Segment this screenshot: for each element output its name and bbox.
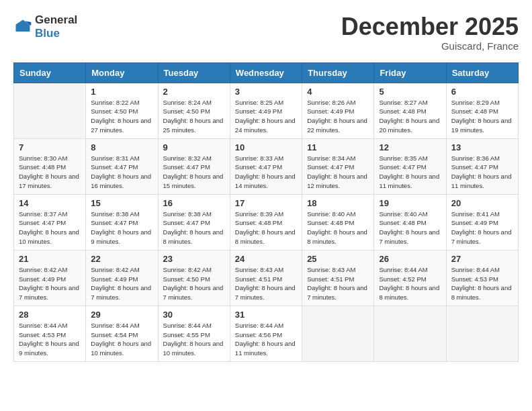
calendar-day-cell: 31 Sunrise: 8:44 AM Sunset: 4:56 PM Dayl… [230,306,302,361]
sunrise: Sunrise: 8:41 AM [451,210,500,218]
day-info: Sunrise: 8:27 AM Sunset: 4:48 PM Dayligh… [379,98,441,135]
sunset: Sunset: 4:51 PM [235,275,282,283]
day-info: Sunrise: 8:38 AM Sunset: 4:47 PM Dayligh… [163,210,225,246]
month-title: December 2025 [341,13,519,40]
calendar-day-cell: 15 Sunrise: 8:38 AM Sunset: 4:47 PM Dayl… [86,194,158,250]
day-number: 2 [163,87,225,97]
calendar-day-cell: 19 Sunrise: 8:40 AM Sunset: 4:48 PM Dayl… [374,194,446,250]
column-header-monday: Monday [86,62,158,83]
column-header-thursday: Thursday [302,62,374,83]
day-info: Sunrise: 8:43 AM Sunset: 4:51 PM Dayligh… [235,265,297,302]
day-info: Sunrise: 8:22 AM Sunset: 4:50 PM Dayligh… [91,98,152,135]
day-number: 25 [307,254,369,264]
sunrise: Sunrise: 8:43 AM [307,266,355,273]
calendar-day-cell: 22 Sunrise: 8:42 AM Sunset: 4:49 PM Dayl… [86,250,158,306]
day-number: 26 [379,254,441,264]
sunrise: Sunrise: 8:42 AM [163,266,212,273]
sunrise: Sunrise: 8:42 AM [19,266,67,273]
calendar-day-cell [446,306,518,361]
location: Guiscard, France [341,40,519,52]
calendar-day-cell: 20 Sunrise: 8:41 AM Sunset: 4:49 PM Dayl… [446,194,518,250]
day-number: 15 [91,198,152,208]
day-info: Sunrise: 8:35 AM Sunset: 4:47 PM Dayligh… [379,154,441,191]
calendar-day-cell: 28 Sunrise: 8:44 AM Sunset: 4:53 PM Dayl… [14,306,86,361]
calendar-day-cell: 21 Sunrise: 8:42 AM Sunset: 4:49 PM Dayl… [14,250,86,306]
calendar-day-cell: 12 Sunrise: 8:35 AM Sunset: 4:47 PM Dayl… [374,138,446,194]
sunset: Sunset: 4:48 PM [235,219,282,226]
sunrise: Sunrise: 8:25 AM [235,99,283,106]
sunrise: Sunrise: 8:35 AM [379,154,427,162]
calendar-day-cell: 14 Sunrise: 8:37 AM Sunset: 4:47 PM Dayl… [14,194,86,250]
calendar-day-cell: 1 Sunrise: 8:22 AM Sunset: 4:50 PM Dayli… [86,83,158,138]
sunrise: Sunrise: 8:44 AM [379,266,427,273]
calendar-day-cell: 25 Sunrise: 8:43 AM Sunset: 4:51 PM Dayl… [302,250,374,306]
sunrise: Sunrise: 8:27 AM [379,99,427,106]
sunset: Sunset: 4:49 PM [235,107,282,115]
sunset: Sunset: 4:52 PM [379,275,426,283]
logo-general: General [35,13,77,27]
sunset: Sunset: 4:47 PM [307,163,354,171]
calendar-day-cell: 30 Sunrise: 8:44 AM Sunset: 4:55 PM Dayl… [158,306,230,361]
day-number: 22 [91,254,152,264]
day-number: 30 [163,310,225,320]
page-header: General Blue December 2025 Guiscard, Fra… [13,13,519,52]
sunrise: Sunrise: 8:26 AM [307,99,355,106]
day-number: 19 [379,198,441,208]
daylight: Daylight: 8 hours and 8 minutes. [235,228,296,245]
daylight: Daylight: 8 hours and 7 minutes. [235,284,296,301]
day-info: Sunrise: 8:42 AM Sunset: 4:49 PM Dayligh… [19,265,81,302]
daylight: Daylight: 8 hours and 19 minutes. [451,117,512,134]
column-header-tuesday: Tuesday [158,62,230,83]
day-info: Sunrise: 8:44 AM Sunset: 4:56 PM Dayligh… [235,321,297,358]
day-info: Sunrise: 8:44 AM Sunset: 4:53 PM Dayligh… [451,265,513,302]
sunrise: Sunrise: 8:43 AM [235,266,283,273]
sunrise: Sunrise: 8:30 AM [19,154,67,162]
calendar-day-cell: 11 Sunrise: 8:34 AM Sunset: 4:47 PM Dayl… [302,138,374,194]
day-info: Sunrise: 8:32 AM Sunset: 4:47 PM Dayligh… [163,154,225,191]
day-number: 3 [235,87,297,97]
sunset: Sunset: 4:47 PM [451,163,498,171]
sunset: Sunset: 4:48 PM [19,163,66,171]
day-number: 6 [451,87,513,97]
sunset: Sunset: 4:47 PM [235,163,282,171]
day-info: Sunrise: 8:44 AM Sunset: 4:55 PM Dayligh… [163,321,225,358]
day-info: Sunrise: 8:39 AM Sunset: 4:48 PM Dayligh… [235,210,297,246]
logo-blue: Blue [35,27,77,40]
day-number: 11 [307,142,369,152]
sunrise: Sunrise: 8:32 AM [163,154,212,162]
sunset: Sunset: 4:47 PM [163,163,210,171]
calendar-day-cell [374,306,446,361]
sunrise: Sunrise: 8:38 AM [163,210,212,218]
sunrise: Sunrise: 8:24 AM [163,99,212,106]
sunset: Sunset: 4:47 PM [91,163,138,171]
day-number: 7 [19,142,81,152]
sunrise: Sunrise: 8:34 AM [307,154,355,162]
day-number: 13 [451,142,513,152]
day-info: Sunrise: 8:44 AM Sunset: 4:53 PM Dayligh… [19,321,81,358]
calendar-day-cell: 17 Sunrise: 8:39 AM Sunset: 4:48 PM Dayl… [230,194,302,250]
sunset: Sunset: 4:56 PM [235,331,282,338]
daylight: Daylight: 8 hours and 7 minutes. [451,228,512,245]
day-info: Sunrise: 8:44 AM Sunset: 4:52 PM Dayligh… [379,265,441,302]
day-number: 20 [451,198,513,208]
day-number: 18 [307,198,369,208]
day-info: Sunrise: 8:34 AM Sunset: 4:47 PM Dayligh… [307,154,369,191]
day-info: Sunrise: 8:36 AM Sunset: 4:47 PM Dayligh… [451,154,513,191]
calendar-week-row: 14 Sunrise: 8:37 AM Sunset: 4:47 PM Dayl… [14,194,519,250]
day-number: 1 [91,87,152,97]
sunset: Sunset: 4:47 PM [163,219,210,226]
daylight: Daylight: 8 hours and 16 minutes. [91,173,151,189]
daylight: Daylight: 8 hours and 11 minutes. [451,173,512,189]
calendar-week-row: 21 Sunrise: 8:42 AM Sunset: 4:49 PM Dayl… [14,250,519,306]
day-info: Sunrise: 8:38 AM Sunset: 4:47 PM Dayligh… [91,210,152,246]
day-number: 17 [235,198,297,208]
calendar-week-row: 1 Sunrise: 8:22 AM Sunset: 4:50 PM Dayli… [14,83,519,138]
sunset: Sunset: 4:49 PM [451,219,498,226]
sunrise: Sunrise: 8:44 AM [163,322,212,329]
sunset: Sunset: 4:50 PM [91,107,138,115]
sunset: Sunset: 4:50 PM [163,107,210,115]
daylight: Daylight: 8 hours and 24 minutes. [235,117,296,134]
daylight: Daylight: 8 hours and 7 minutes. [163,284,224,301]
sunset: Sunset: 4:54 PM [91,331,138,338]
day-number: 8 [91,142,152,152]
